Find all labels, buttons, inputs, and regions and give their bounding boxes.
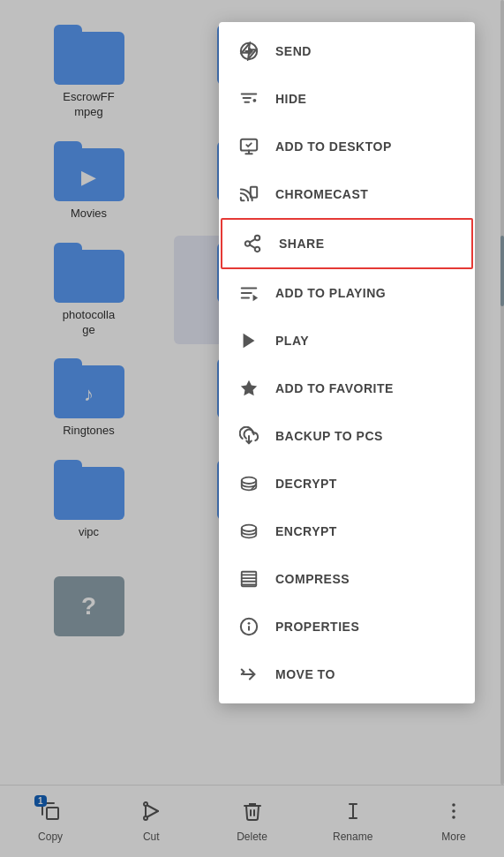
menu-label-chromecast: CHROMECAST <box>275 187 368 201</box>
menu-item-share[interactable]: SHARE <box>221 218 473 269</box>
menu-label-compress: COMPRESS <box>275 572 350 586</box>
svg-point-21 <box>242 525 257 531</box>
desktop-icon <box>237 134 261 159</box>
menu-label-decrypt: DECRYPT <box>275 477 337 491</box>
menu-item-properties[interactable]: PROPERTIES <box>219 603 475 650</box>
svg-marker-16 <box>244 334 255 349</box>
decrypt-icon <box>237 471 261 496</box>
menu-label-properties: PROPERTIES <box>275 620 359 634</box>
svg-line-10 <box>250 244 255 248</box>
svg-marker-15 <box>253 295 259 301</box>
menu-label-backup-to-pcs: BACKUP TO PCS <box>275 429 383 443</box>
compress-icon <box>237 567 261 591</box>
star-icon <box>237 376 261 401</box>
svg-point-18 <box>242 477 257 484</box>
share-icon <box>240 231 265 256</box>
menu-label-play: PLAY <box>275 334 309 348</box>
menu-label-send: SEND <box>275 44 312 58</box>
context-menu: SEND HIDE ADD TO DESKTOP <box>219 22 475 703</box>
addplay-icon <box>237 281 261 305</box>
menu-label-encrypt: ENCRYPT <box>275 524 337 538</box>
svg-marker-17 <box>241 380 257 395</box>
menu-item-add-to-playing[interactable]: ADD TO PLAYING <box>219 269 475 317</box>
menu-item-hide[interactable]: HIDE <box>219 75 475 123</box>
menu-label-hide: HIDE <box>275 92 306 106</box>
menu-item-add-to-favorite[interactable]: ADD TO FAVORITE <box>219 365 475 412</box>
menu-label-add-to-desktop: ADD TO DESKTOP <box>275 139 392 154</box>
encrypt-icon <box>237 519 261 544</box>
menu-item-add-to-desktop[interactable]: ADD TO DESKTOP <box>219 123 475 170</box>
menu-label-move-to: MOVE TO <box>275 667 335 681</box>
menu-item-chromecast[interactable]: CHROMECAST <box>219 170 475 218</box>
menu-label-share: SHARE <box>279 237 325 251</box>
play-icon <box>237 328 261 353</box>
cast-icon <box>237 182 261 207</box>
menu-item-encrypt[interactable]: ENCRYPT <box>219 507 475 555</box>
menu-item-move-to[interactable]: MOVE TO <box>219 650 475 698</box>
send-icon <box>237 39 261 64</box>
menu-item-decrypt[interactable]: DECRYPT <box>219 460 475 507</box>
move-icon <box>237 662 261 687</box>
menu-item-play[interactable]: PLAY <box>219 317 475 365</box>
menu-item-send[interactable]: SEND <box>219 27 475 75</box>
svg-line-11 <box>250 239 255 243</box>
backup-icon <box>237 424 261 448</box>
menu-label-add-to-favorite: ADD TO FAVORITE <box>275 381 394 395</box>
menu-item-backup-to-pcs[interactable]: BACKUP TO PCS <box>219 412 475 460</box>
menu-label-add-to-playing: ADD TO PLAYING <box>275 286 386 300</box>
svg-point-4 <box>254 100 256 101</box>
menu-item-compress[interactable]: COMPRESS <box>219 555 475 603</box>
hide-icon <box>237 86 261 111</box>
info-icon <box>237 614 261 639</box>
